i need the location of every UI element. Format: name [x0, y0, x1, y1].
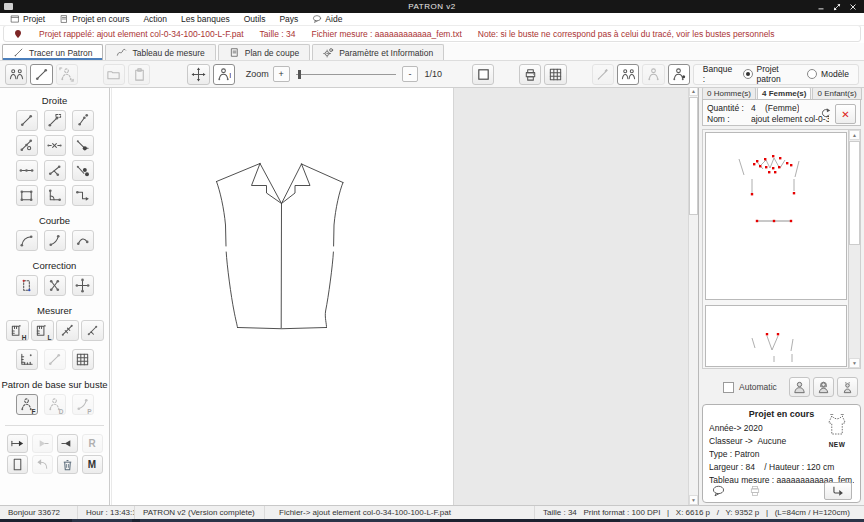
bust-man-button[interactable]: [789, 377, 810, 397]
correction-croix-button[interactable]: [44, 275, 66, 296]
buste-femme-button[interactable]: F: [16, 394, 38, 415]
canvas-vertical-scrollbar[interactable]: ▲ ▼: [688, 86, 698, 505]
mesure-hauteur-button[interactable]: H: [6, 320, 29, 341]
drawing-canvas[interactable]: ▲ ▼: [111, 86, 698, 505]
banque-option-1[interactable]: Modèle: [807, 69, 849, 79]
bust-woman-button[interactable]: [813, 377, 834, 397]
rectTool-icon: [10, 457, 25, 472]
zoom-out-button[interactable]: -: [402, 66, 419, 82]
menu-item-label: Outils: [244, 14, 266, 24]
close-button[interactable]: [846, 1, 860, 12]
angle-arc-button[interactable]: [44, 185, 66, 206]
zoom-in-button[interactable]: +: [273, 66, 290, 82]
supprimer-button[interactable]: [57, 455, 78, 474]
scrollbar-thumb[interactable]: [849, 141, 860, 245]
folder-icon: [106, 67, 121, 82]
droite-3-points-button[interactable]: [16, 160, 38, 181]
grille-button[interactable]: [544, 64, 566, 85]
scroll-up-icon[interactable]: ▲: [849, 130, 860, 140]
droite-2-gros-points-button[interactable]: [72, 160, 94, 181]
radio-icon[interactable]: [743, 69, 753, 79]
button-letter: L: [48, 334, 52, 341]
buste-point-button[interactable]: [668, 64, 690, 85]
courbe-3-button[interactable]: [72, 230, 94, 251]
export-button[interactable]: [824, 482, 852, 500]
tableau-grille-button[interactable]: [72, 349, 94, 370]
cornerRuler-icon: [19, 352, 34, 367]
delete-element-button[interactable]: ✕: [835, 104, 856, 124]
zoom-slider-thumb[interactable]: [298, 70, 301, 79]
bustes-banque-button[interactable]: [5, 64, 27, 85]
tab-tableau-de-mesure[interactable]: Tableau de mesure: [105, 44, 215, 60]
banque-option-0[interactable]: Projet patron: [743, 64, 798, 84]
rectDots-icon: [19, 188, 34, 203]
move-icon: [191, 67, 206, 82]
bustes-avant-arriere-button[interactable]: [617, 64, 639, 85]
comment-icon[interactable]: [711, 484, 726, 498]
mesure-largeur-button[interactable]: L: [31, 320, 54, 341]
buste-dos-button: D: [44, 394, 66, 415]
menu-item-action[interactable]: Action: [136, 13, 174, 25]
apercu-page-button[interactable]: [472, 64, 494, 85]
element-preview-large[interactable]: [705, 132, 847, 300]
correction-plus-button[interactable]: [72, 275, 94, 296]
tab-plan-de-coupe[interactable]: Plan de coupe: [218, 44, 310, 60]
mesure-diagonale-1-button[interactable]: [56, 320, 79, 341]
radio-icon[interactable]: [807, 69, 817, 79]
lettre-m-button[interactable]: M: [82, 455, 103, 474]
annee-value: 2020: [744, 423, 763, 433]
precedent-button[interactable]: [57, 434, 78, 453]
droite-points-sur-button[interactable]: [16, 135, 38, 156]
droite-couper-button[interactable]: [44, 135, 66, 156]
element-preview-small[interactable]: [705, 305, 847, 367]
scroll-down-icon[interactable]: ▼: [689, 495, 698, 505]
cadre-button[interactable]: [7, 455, 28, 474]
bank-previews: ▲ ▼: [702, 129, 861, 369]
correction-buste-button[interactable]: [16, 275, 38, 296]
automatic-checkbox[interactable]: [723, 382, 734, 393]
menu-item-aide[interactable]: Aide: [305, 13, 349, 25]
imprimer-button[interactable]: [519, 64, 541, 85]
menu-item-label: Pays: [279, 14, 298, 24]
bust-child-button[interactable]: [837, 377, 858, 397]
stepArrow-icon: [75, 188, 90, 203]
tab-tracer-un-patron[interactable]: Tracer un Patron: [2, 44, 103, 60]
tab-label: Tableau de mesure: [132, 48, 204, 58]
bank-panel: 0 Homme(s)4 Femme(s)0 Enfant(s) Quantité…: [698, 86, 864, 505]
deplacer-button[interactable]: [187, 64, 209, 85]
tab-parametre-et-information[interactable]: Paramètre et Information: [312, 44, 444, 60]
tracer-ligne-button[interactable]: [30, 64, 52, 85]
minimize-button[interactable]: [814, 1, 828, 12]
rectangle-button[interactable]: [16, 185, 38, 206]
menu-item-outils[interactable]: Outils: [237, 13, 273, 25]
preview-scrollbar[interactable]: ▲ ▼: [848, 130, 860, 368]
zoom-slider[interactable]: [296, 74, 396, 75]
status-cell-2: PATRON v2 (Version complète): [135, 506, 265, 519]
status-cell-4: Taille : 34 Print format : 100 DPI | X: …: [535, 506, 864, 519]
menu-item-les-banques[interactable]: Les banques: [174, 13, 237, 25]
menu-item-pays[interactable]: Pays: [272, 13, 305, 25]
h3-icon: [19, 163, 34, 178]
droite-longueur-button[interactable]: [44, 110, 66, 131]
buste-info-button[interactable]: I: [213, 64, 235, 85]
button-letter: D: [59, 408, 64, 415]
droite-fourche-button[interactable]: [44, 160, 66, 181]
man-icon: [792, 380, 807, 395]
menu-item-projet[interactable]: Projet: [3, 13, 52, 25]
type-value: Patron: [735, 449, 760, 459]
droite-angle-point-button[interactable]: [72, 135, 94, 156]
escalier-fleche-button[interactable]: [72, 185, 94, 206]
droite-point-button[interactable]: [72, 110, 94, 131]
scrollbar-thumb[interactable]: [689, 97, 698, 215]
mesure-diagonale-2-button[interactable]: [81, 320, 104, 341]
menu-item-projet-en-cours[interactable]: Projet en cours: [52, 13, 136, 25]
regle-coin-button[interactable]: [16, 349, 38, 370]
permuter-button[interactable]: [7, 434, 28, 453]
courbe-1-button[interactable]: [16, 230, 38, 251]
refresh-icon[interactable]: [818, 106, 833, 121]
scroll-down-icon[interactable]: ▼: [849, 358, 860, 368]
restore-button[interactable]: [830, 1, 844, 12]
largeur-value: 84: [745, 462, 754, 472]
droite-2-points-button[interactable]: [16, 110, 38, 131]
courbe-2-button[interactable]: [44, 230, 66, 251]
